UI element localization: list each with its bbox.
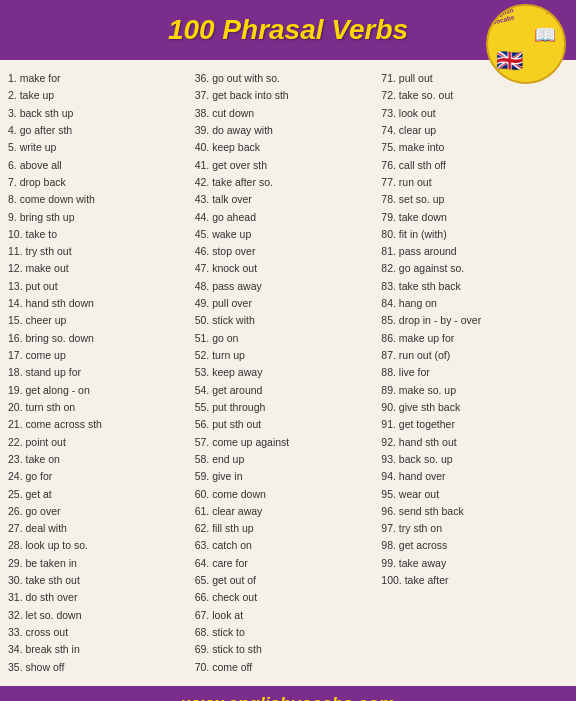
list-item: 12. make out (8, 260, 195, 277)
list-item: 6. above all (8, 157, 195, 174)
list-item: 48. pass away (195, 278, 382, 295)
list-item: 18. stand up for (8, 364, 195, 381)
list-item: 63. catch on (195, 537, 382, 554)
list-item: 41. get over sth (195, 157, 382, 174)
list-item: 88. live for (381, 364, 568, 381)
list-item: 86. make up for (381, 330, 568, 347)
list-item: 57. come up against (195, 434, 382, 451)
list-item: 43. talk over (195, 191, 382, 208)
list-item: 45. wake up (195, 226, 382, 243)
list-item: 81. pass around (381, 243, 568, 260)
list-item: 69. stick to sth (195, 641, 382, 658)
list-item: 95. wear out (381, 486, 568, 503)
list-item: 60. come down (195, 486, 382, 503)
list-item: 50. stick with (195, 312, 382, 329)
flag-icon: 🇬🇧 (496, 48, 523, 74)
list-item: 98. get across (381, 537, 568, 554)
list-item: 58. end up (195, 451, 382, 468)
list-item: 8. come down with (8, 191, 195, 208)
list-item: 19. get along - on (8, 382, 195, 399)
column-1: 1. make for2. take up3. back sth up4. go… (8, 70, 195, 676)
list-item: 56. put sth out (195, 416, 382, 433)
list-item: 59. give in (195, 468, 382, 485)
list-item: 44. go ahead (195, 209, 382, 226)
list-item: 20. turn sth on (8, 399, 195, 416)
list-item: 36. go out with so. (195, 70, 382, 87)
list-item: 80. fit in (with) (381, 226, 568, 243)
list-item: 14. hand sth down (8, 295, 195, 312)
list-item: 21. come across sth (8, 416, 195, 433)
list-item: 77. run out (381, 174, 568, 191)
list-item: 38. cut down (195, 105, 382, 122)
list-item: 49. pull over (195, 295, 382, 312)
logo-text: EnglishVocabs (490, 6, 516, 26)
list-item: 28. look up to so. (8, 537, 195, 554)
main-content: 1. make for2. take up3. back sth up4. go… (0, 60, 576, 686)
list-item: 91. get together (381, 416, 568, 433)
list-item: 66. check out (195, 589, 382, 606)
list-item: 99. take away (381, 555, 568, 572)
list-item: 7. drop back (8, 174, 195, 191)
list-item: 9. bring sth up (8, 209, 195, 226)
column-3: 71. pull out72. take so. out73. look out… (381, 70, 568, 676)
list-item: 47. knock out (195, 260, 382, 277)
list-item: 93. back so. up (381, 451, 568, 468)
list-item: 26. go over (8, 503, 195, 520)
list-item: 3. back sth up (8, 105, 195, 122)
list-item: 87. run out (of) (381, 347, 568, 364)
list-item: 37. get back into sth (195, 87, 382, 104)
list-item: 33. cross out (8, 624, 195, 641)
list-item: 40. keep back (195, 139, 382, 156)
list-item: 30. take sth out (8, 572, 195, 589)
list-item: 23. take on (8, 451, 195, 468)
column-2: 36. go out with so.37. get back into sth… (195, 70, 382, 676)
list-item: 16. bring so. down (8, 330, 195, 347)
logo: EnglishVocabs .Com 📖 🇬🇧 (486, 4, 566, 84)
list-item: 100. take after (381, 572, 568, 589)
list-item: 84. hang on (381, 295, 568, 312)
list-item: 97. try sth on (381, 520, 568, 537)
list-item: 1. make for (8, 70, 195, 87)
list-item: 75. make into (381, 139, 568, 156)
list-item: 34. break sth in (8, 641, 195, 658)
list-item: 22. point out (8, 434, 195, 451)
list-item: 15. cheer up (8, 312, 195, 329)
book-icon: 📖 (534, 24, 556, 46)
list-item: 4. go after sth (8, 122, 195, 139)
list-item: 64. care for (195, 555, 382, 572)
list-item: 65. get out of (195, 572, 382, 589)
list-item: 5. write up (8, 139, 195, 156)
list-item: 70. come off (195, 659, 382, 676)
list-item: 46. stop over (195, 243, 382, 260)
list-item: 73. look out (381, 105, 568, 122)
list-item: 74. clear up (381, 122, 568, 139)
list-item: 31. do sth over (8, 589, 195, 606)
list-item: 96. send sth back (381, 503, 568, 520)
list-item: 89. make so. up (381, 382, 568, 399)
list-item: 39. do away with (195, 122, 382, 139)
list-item: 94. hand over (381, 468, 568, 485)
list-item: 68. stick to (195, 624, 382, 641)
list-item: 25. get at (8, 486, 195, 503)
list-item: 79. take down (381, 209, 568, 226)
list-item: 67. look at (195, 607, 382, 624)
logo-com: .Com (546, 9, 561, 15)
list-item: 92. hand sth out (381, 434, 568, 451)
list-item: 17. come up (8, 347, 195, 364)
footer-url: www.englishvocabs.com (181, 694, 394, 701)
list-item: 54. get around (195, 382, 382, 399)
list-item: 53. keep away (195, 364, 382, 381)
list-item: 29. be taken in (8, 555, 195, 572)
list-item: 10. take to (8, 226, 195, 243)
list-item: 83. take sth back (381, 278, 568, 295)
header: 100 Phrasal Verbs EnglishVocabs .Com 📖 🇬… (0, 0, 576, 60)
list-item: 90. give sth back (381, 399, 568, 416)
list-item: 76. call sth off (381, 157, 568, 174)
page-title: 100 Phrasal Verbs (168, 14, 408, 46)
list-item: 55. put through (195, 399, 382, 416)
list-item: 78. set so. up (381, 191, 568, 208)
list-item: 27. deal with (8, 520, 195, 537)
list-item: 2. take up (8, 87, 195, 104)
list-item: 62. fill sth up (195, 520, 382, 537)
footer: www.englishvocabs.com (0, 686, 576, 701)
